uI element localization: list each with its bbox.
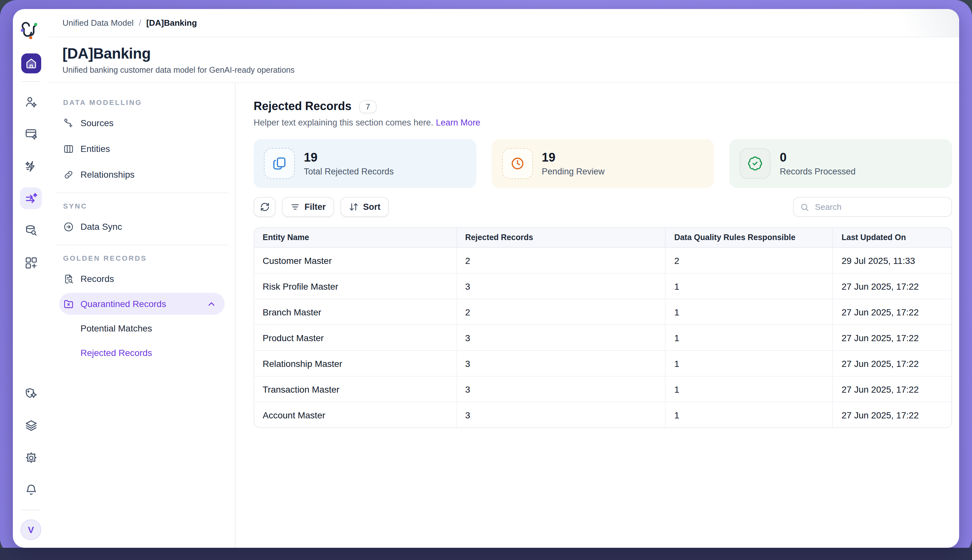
table-header-row: Entity Name Rejected Records Data Qualit… [254, 228, 951, 247]
sidebar-item-entities[interactable]: Entities [49, 136, 235, 162]
table-row[interactable]: Branch Master2127 Jun 2025, 17:22 [254, 299, 951, 325]
breadcrumb: Unified Data Model / [DA]Banking [49, 9, 959, 37]
refresh-button[interactable] [253, 197, 275, 217]
badge-check-icon [748, 156, 763, 171]
sidebar: DATA MODELLING Sources Entitie [49, 83, 236, 548]
user-sparkle-icon [24, 95, 38, 108]
table-row[interactable]: Customer Master2229 Jul 2025, 11:33 [254, 247, 951, 273]
sidebar-item-label: Sources [80, 118, 113, 128]
table-cell: Branch Master [254, 299, 457, 325]
database-search-icon [24, 224, 38, 237]
table-cell: 27 Jun 2025, 17:22 [833, 273, 951, 299]
user-avatar[interactable]: V [21, 520, 41, 540]
sidebar-item-data-sync[interactable]: Data Sync [49, 214, 235, 240]
stat-icon-tile [264, 148, 295, 179]
layers-button[interactable] [20, 415, 42, 437]
section-label-data-modelling: DATA MODELLING [49, 98, 235, 106]
table-row[interactable]: Product Master3127 Jun 2025, 17:22 [254, 325, 951, 350]
stage: V Unified Data Model / [DA]Banking [DA]B… [0, 0, 972, 560]
sidebar-item-quarantined-records[interactable]: Quarantined Records [59, 293, 225, 315]
app-logo[interactable] [21, 22, 41, 44]
page-title: [DA]Banking [62, 45, 959, 62]
table-cell: Product Master [254, 325, 457, 350]
filter-label: Filter [305, 202, 326, 212]
sidebar-subitem-rejected-records[interactable]: Rejected Records [49, 340, 235, 365]
table-row[interactable]: Transaction Master3127 Jun 2025, 17:22 [254, 376, 951, 402]
search-icon [800, 202, 809, 212]
stat-card-records-processed: 0 Records Processed [730, 139, 952, 188]
settings-button[interactable] [20, 447, 42, 468]
grid-plus-icon [24, 256, 38, 269]
table-cell: 2 [457, 247, 665, 273]
data-flow-button[interactable] [20, 187, 42, 209]
chevron-up-icon[interactable] [206, 298, 217, 309]
stat-text: 19 Pending Review [542, 150, 604, 177]
sidebar-divider [55, 245, 228, 245]
clock-icon [510, 156, 525, 171]
column-header-dq-rules: Data Quality Rules Responsible [665, 228, 833, 247]
search-box [793, 197, 952, 217]
table-cell: Relationship Master [254, 350, 457, 376]
automation-button[interactable] [20, 155, 42, 177]
learn-more-link[interactable]: Learn More [436, 118, 480, 127]
stat-value: 19 [542, 150, 604, 165]
panel-ai-button[interactable] [20, 123, 42, 145]
sidebar-item-label: Rejected Records [80, 348, 152, 358]
stat-text: 19 Total Rejected Records [304, 150, 393, 177]
filter-button[interactable]: Filter [282, 197, 334, 217]
sidebar-subitem-potential-matches[interactable]: Potential Matches [49, 316, 235, 340]
table-cell: 1 [665, 299, 833, 325]
table-cell: 3 [457, 402, 665, 427]
rail-divider [21, 81, 40, 82]
sidebar-item-label: Entities [80, 143, 110, 154]
users-ai-button[interactable] [20, 91, 42, 113]
table-cell: Customer Master [254, 247, 457, 273]
sidebar-item-records[interactable]: Records [49, 266, 235, 292]
table-cell: 3 [457, 350, 665, 376]
sidebar-item-label: Quarantined Records [80, 299, 166, 309]
table-cell: 2 [457, 299, 665, 325]
table-cell: Transaction Master [254, 376, 457, 402]
notifications-button[interactable] [20, 479, 42, 501]
breadcrumb-separator: / [139, 18, 141, 28]
sidebar-item-sources[interactable]: Sources [49, 110, 235, 136]
apps-button[interactable] [20, 252, 42, 273]
bottom-navy-bar [0, 548, 972, 560]
count-badge: 7 [359, 100, 376, 113]
table-row[interactable]: Account Master3127 Jun 2025, 17:22 [254, 402, 951, 427]
table-cell: Risk Profile Master [254, 273, 457, 299]
home-button[interactable] [21, 53, 41, 73]
table-cell: 1 [665, 376, 833, 402]
stat-cards: 19 Total Rejected Records 19 [253, 139, 952, 188]
table-cell: 1 [665, 273, 833, 299]
helper-text-body: Helper text explaining this section come… [253, 118, 433, 127]
sidebar-item-relationships[interactable]: Relationships [49, 162, 235, 187]
sidebar-item-label: Data Sync [80, 222, 122, 232]
data-explorer-button[interactable] [20, 220, 42, 242]
records-table: Entity Name Rejected Records Data Qualit… [253, 227, 952, 428]
main-content: Rejected Records 7 Helper text explainin… [236, 83, 959, 548]
page-subtitle: Unified banking customer data model for … [62, 66, 959, 75]
avatar-initial: V [28, 525, 34, 535]
table-cell: 27 Jun 2025, 17:22 [833, 350, 951, 376]
right-column: Unified Data Model / [DA]Banking [DA]Ban… [49, 9, 959, 548]
sort-label: Sort [363, 202, 380, 212]
search-input[interactable] [814, 202, 945, 212]
table-row[interactable]: Risk Profile Master3127 Jun 2025, 17:22 [254, 273, 951, 299]
home-icon [25, 57, 37, 70]
section-title: Rejected Records [253, 100, 352, 113]
columns-icon [63, 143, 74, 154]
stat-card-total-rejected: 19 Total Rejected Records [253, 139, 476, 188]
icon-rail: V [13, 9, 49, 548]
stat-label: Records Processed [780, 167, 856, 177]
zap-sparkle-icon [24, 159, 38, 173]
table-cell: 3 [457, 376, 665, 402]
governance-button[interactable] [20, 382, 42, 404]
stat-value: 19 [304, 150, 393, 165]
table-row[interactable]: Relationship Master3127 Jun 2025, 17:22 [254, 350, 951, 376]
breadcrumb-root[interactable]: Unified Data Model [62, 18, 133, 28]
bell-icon [24, 483, 38, 497]
table-cell: 27 Jun 2025, 17:22 [833, 299, 951, 325]
table-cell: Account Master [254, 402, 457, 427]
sort-button[interactable]: Sort [340, 197, 389, 217]
